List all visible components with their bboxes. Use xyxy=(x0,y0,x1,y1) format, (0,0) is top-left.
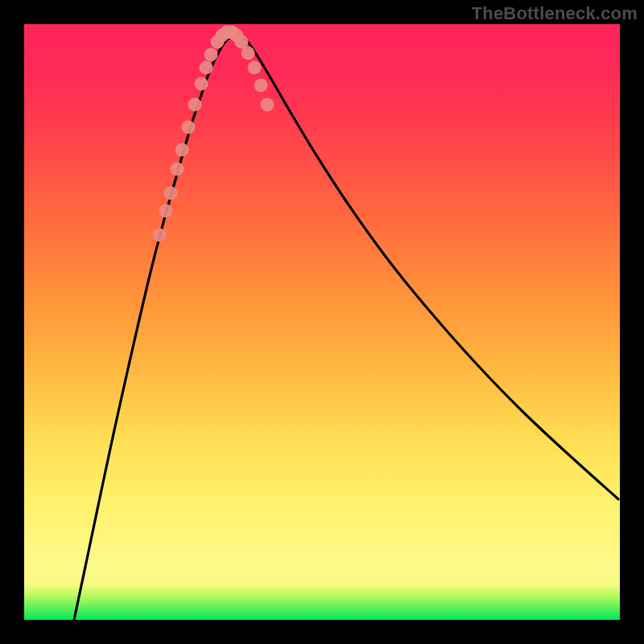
scatter-points xyxy=(153,26,275,242)
data-point xyxy=(171,163,184,176)
chart-frame: TheBottleneck.com xyxy=(0,0,644,644)
data-point xyxy=(175,143,189,157)
data-point xyxy=(200,61,213,75)
data-point xyxy=(182,121,196,134)
data-point xyxy=(242,47,255,60)
data-point xyxy=(159,204,173,218)
data-point xyxy=(195,77,208,91)
chart-svg xyxy=(24,24,620,620)
bottleneck-curve xyxy=(74,34,618,620)
watermark-text: TheBottleneck.com xyxy=(472,3,638,24)
data-point xyxy=(188,98,202,112)
data-point xyxy=(248,61,262,75)
plot-area xyxy=(24,24,620,620)
data-point xyxy=(164,187,178,200)
data-point xyxy=(153,229,167,242)
curve-path xyxy=(74,34,618,620)
data-point xyxy=(204,48,218,62)
data-point xyxy=(254,79,268,93)
data-point xyxy=(261,98,275,112)
